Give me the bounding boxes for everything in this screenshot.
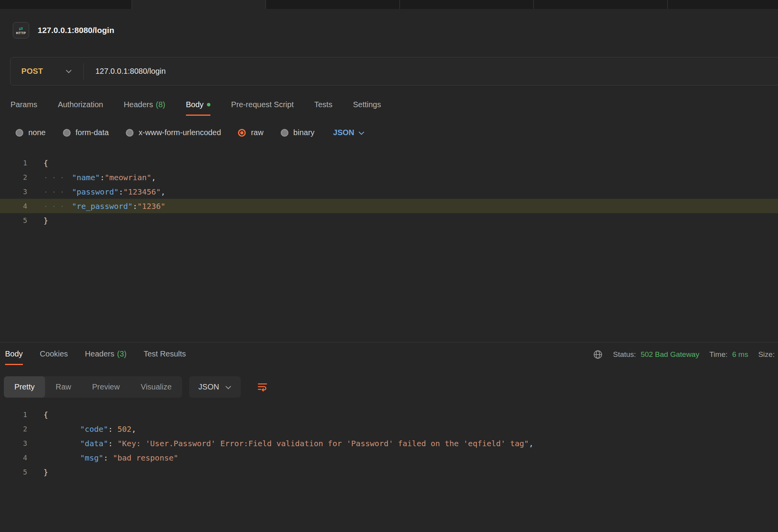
view-mode-pretty[interactable]: Pretty (4, 376, 45, 398)
line-number: 1 (0, 159, 27, 167)
request-title: 127.0.0.1:8080/login (38, 26, 114, 35)
url-divider (83, 63, 84, 80)
response-view-row: PrettyRawPreviewVisualize JSON (4, 376, 273, 398)
view-mode-raw[interactable]: Raw (45, 376, 82, 398)
tab-headers[interactable]: Headers(8) (124, 100, 165, 116)
tab-settings[interactable]: Settings (353, 100, 381, 116)
code-line-5: 5} (0, 213, 778, 228)
tab-label: Headers (124, 100, 153, 109)
line-number: 5 (0, 468, 27, 476)
request-body-editor[interactable]: 1{2···"name":"meowrian",3···"password":"… (0, 156, 778, 228)
time-label: Time: (709, 350, 728, 359)
chevron-down-icon (225, 382, 231, 391)
response-tab-headers[interactable]: Headers(3) (85, 349, 127, 365)
radio-label: binary (293, 128, 314, 137)
radio-icon (281, 129, 288, 137)
code-line-4: 4···"re_password":"1236" (0, 199, 778, 213)
tab-pre-request-script[interactable]: Pre-request Script (231, 100, 293, 116)
code-line-4: 4 "msg": "bad response" (0, 450, 778, 465)
time-value: 6 ms (732, 350, 748, 359)
tab-label: Params (10, 100, 37, 109)
body-mode-raw[interactable]: raw (238, 128, 263, 137)
line-content: "msg": "bad response" (27, 453, 178, 462)
line-content: ···"re_password":"1236" (27, 202, 165, 211)
line-number: 2 (0, 173, 27, 181)
radio-label: none (28, 128, 46, 137)
request-tabs: ParamsAuthorizationHeaders(8)BodyPre-req… (10, 100, 381, 116)
line-number: 5 (0, 216, 27, 224)
radio-icon (63, 129, 71, 137)
radio-label: raw (251, 128, 263, 137)
workspace-tab-strip[interactable] (0, 0, 778, 9)
tab-count: (3) (117, 349, 126, 358)
tab-label: Authorization (58, 100, 103, 109)
code-line-2: 2···"name":"meowrian", (0, 170, 778, 184)
tab-params[interactable]: Params (10, 100, 37, 116)
code-line-3: 3 "data": "Key: 'User.Password' Error:Fi… (0, 436, 778, 450)
line-content: } (27, 216, 48, 225)
tab-body[interactable]: Body (186, 100, 211, 116)
view-mode-group: PrettyRawPreviewVisualize (4, 376, 182, 398)
method-label: POST (21, 67, 43, 76)
line-content: { (27, 410, 48, 419)
view-mode-preview[interactable]: Preview (82, 376, 130, 398)
body-format-dropdown[interactable]: JSON (333, 128, 364, 137)
radio-label: x-www-form-urlencoded (139, 128, 221, 137)
response-tab-cookies[interactable]: Cookies (40, 349, 68, 365)
line-content: } (27, 468, 48, 477)
tab-tests[interactable]: Tests (314, 100, 332, 116)
body-format-label: JSON (333, 128, 354, 137)
response-tab-body[interactable]: Body (5, 349, 23, 365)
request-header: ⇄ HTTP 127.0.0.1:8080/login (13, 22, 114, 38)
tab-separator (667, 0, 668, 9)
globe-icon[interactable] (593, 349, 603, 360)
code-line-1: 1{ (0, 156, 778, 170)
wrap-text-button[interactable] (252, 377, 273, 397)
tab-label: Tests (314, 100, 332, 109)
radio-icon (16, 129, 23, 137)
body-mode-none[interactable]: none (16, 128, 46, 137)
body-mode-form-data[interactable]: form-data (63, 128, 109, 137)
method-selector[interactable]: POST (10, 67, 72, 76)
response-format-label: JSON (198, 382, 219, 391)
response-body-viewer[interactable]: 1{2 "code": 502,3 "data": "Key: 'User.Pa… (0, 407, 778, 479)
line-number: 3 (0, 188, 27, 196)
body-mode-radios: noneform-datax-www-form-urlencodedrawbin… (16, 128, 365, 137)
response-meta: Status: 502 Bad Gateway Time: 6 ms Size:… (593, 349, 778, 360)
response-tabs: BodyCookiesHeaders(3)Test Results (5, 349, 186, 365)
tab-label: Body (186, 100, 204, 109)
workspace-tab-active[interactable] (132, 0, 266, 9)
tab-label: Headers (85, 349, 115, 358)
radio-icon (126, 129, 134, 137)
unsaved-dot-icon (207, 103, 210, 106)
url-input[interactable]: 127.0.0.1:8080/login (96, 67, 166, 76)
http-arrows-icon: ⇄ (19, 26, 23, 31)
response-divider (0, 342, 778, 342)
code-line-1: 1{ (0, 407, 778, 422)
tab-separator (399, 0, 400, 9)
tab-separator (533, 0, 534, 9)
tab-label: Pre-request Script (231, 100, 293, 109)
body-mode-binary[interactable]: binary (281, 128, 314, 137)
code-line-5: 5} (0, 465, 778, 479)
view-mode-visualize[interactable]: Visualize (130, 376, 182, 398)
line-content: { (27, 158, 48, 168)
line-content: ···"password":"123456", (27, 187, 165, 196)
tab-separator (266, 0, 266, 9)
line-content: "data": "Key: 'User.Password' Error:Fiel… (27, 439, 533, 448)
line-content: "code": 502, (27, 424, 136, 434)
tab-label: Body (5, 349, 23, 358)
status-label: Status: (613, 350, 636, 359)
body-mode-x-www-form-urlencoded[interactable]: x-www-form-urlencoded (126, 128, 221, 137)
line-number: 1 (0, 410, 27, 419)
chevron-down-icon (66, 70, 72, 73)
line-number: 2 (0, 425, 27, 433)
url-bar: POST 127.0.0.1:8080/login (10, 57, 778, 85)
response-tab-test-results[interactable]: Test Results (144, 349, 186, 365)
chevron-down-icon (358, 128, 365, 137)
response-format-dropdown[interactable]: JSON (189, 376, 241, 398)
status-value: 502 Bad Gateway (641, 350, 699, 359)
tab-authorization[interactable]: Authorization (58, 100, 103, 116)
line-number: 4 (0, 454, 27, 462)
wrap-text-icon (257, 382, 268, 393)
